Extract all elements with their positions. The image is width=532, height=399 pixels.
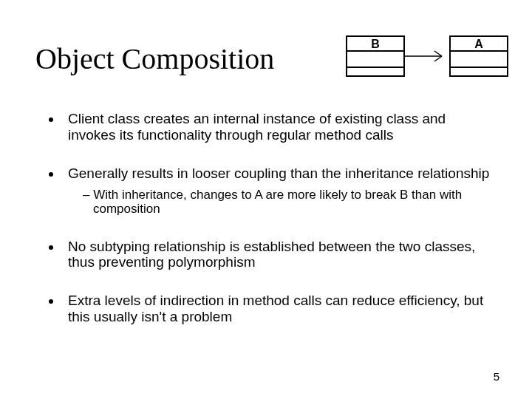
page-number: 5 (494, 370, 499, 383)
bullet-item: Extra levels of indirection in method ca… (62, 293, 494, 325)
uml-box-a-label: A (449, 35, 508, 52)
bullet-item: No subtyping relationship is established… (62, 239, 494, 271)
uml-box-a-bottom (449, 68, 508, 77)
sub-bullet-text: With inheritance, changes to A are more … (93, 188, 462, 216)
slide: Object Composition B A Client class crea… (0, 0, 532, 399)
uml-box-a: A (449, 35, 508, 77)
svg-line-2 (434, 56, 442, 61)
uml-box-b: B (346, 35, 405, 77)
association-arrow-icon (405, 49, 449, 64)
bullet-text: No subtyping relationship is established… (68, 239, 475, 270)
bullet-text: Extra levels of indirection in method ca… (68, 293, 483, 324)
sub-bullet-item: With inheritance, changes to A are more … (93, 188, 494, 216)
uml-box-b-mid (346, 52, 405, 68)
bullet-item: Generally results in looser coupling tha… (62, 166, 494, 216)
svg-line-1 (434, 51, 442, 56)
uml-box-a-mid (449, 52, 508, 68)
uml-box-b-label: B (346, 35, 405, 52)
bullet-text: Client class creates an internal instanc… (68, 111, 446, 143)
slide-body: Client class creates an internal instanc… (44, 111, 494, 347)
bullet-item: Client class creates an internal instanc… (62, 111, 494, 143)
uml-diagram: B A (346, 35, 508, 87)
bullet-text: Generally results in looser coupling tha… (68, 166, 489, 181)
slide-title: Object Composition (35, 41, 274, 76)
uml-box-b-bottom (346, 68, 405, 77)
